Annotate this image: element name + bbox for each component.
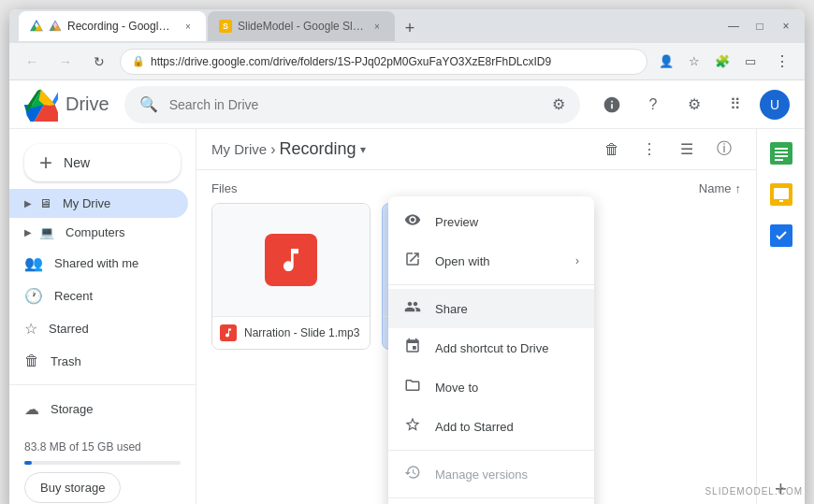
sidebar-item-starred[interactable]: ☆ Starred [9, 312, 188, 345]
my-drive-icon: 🖥 [39, 196, 51, 210]
app-content: Drive 🔍 ⚙ ? ⚙ ⠿ U + [9, 80, 805, 504]
bookmark-icon[interactable]: ☆ [683, 50, 705, 73]
menu-item-preview[interactable]: Preview [388, 202, 594, 241]
minimize-button[interactable]: — [724, 20, 743, 33]
account-icon[interactable]: 👤 [655, 50, 677, 73]
sidebar-item-recent[interactable]: 🕐 Recent [9, 280, 188, 312]
drive-favicon-shape [49, 20, 62, 33]
tab-drive[interactable]: x Recording - Google Drive × [19, 11, 206, 41]
sidebar-label-recent: Recent [54, 289, 93, 303]
refresh-button[interactable]: ↻ [86, 49, 112, 75]
delete-toolbar-button[interactable]: 🗑 [595, 133, 629, 166]
search-settings-icon[interactable]: ⚙ [552, 95, 565, 113]
address-bar[interactable]: 🔒 https://drive.google.com/drive/folders… [120, 49, 647, 75]
apps-icon[interactable]: ⠿ [719, 88, 752, 122]
name-column-header[interactable]: Name ↑ [699, 181, 741, 195]
file-card-1[interactable]: Narration - Slide 1.mp3 [211, 203, 371, 350]
browser-menu-button[interactable]: ⋮ [769, 49, 795, 75]
more-options-toolbar-button[interactable]: ⋮ [632, 133, 666, 166]
browser-window: x Recording - Google Drive × S Sl [9, 9, 805, 504]
drive-header: Drive 🔍 ⚙ ? ⚙ ⠿ U [9, 80, 805, 129]
svg-rect-8 [775, 155, 788, 157]
mp3-icon-small-1 [220, 324, 237, 341]
files-label: Files [211, 181, 237, 195]
buy-storage-button[interactable]: Buy storage [24, 472, 121, 503]
tab-drive-title: Recording - Google Drive [67, 20, 176, 33]
slides-panel-icon[interactable] [764, 178, 798, 211]
support-icon[interactable] [595, 88, 629, 122]
shared-icon: 👥 [24, 254, 43, 272]
extensions-icon[interactable]: 🧩 [711, 50, 734, 73]
add-shortcut-icon [403, 338, 422, 358]
file-name-1: Narration - Slide 1.mp3 [244, 326, 362, 339]
watermark: SLIDEMODEL.COM [705, 486, 803, 497]
search-input[interactable] [169, 97, 541, 112]
search-icon: 🔍 [139, 95, 158, 113]
address-actions: 👤 ☆ 🧩 ▭ [655, 50, 762, 73]
menu-divider-1 [388, 284, 594, 285]
new-button[interactable]: + New [24, 144, 181, 181]
sidebar-item-shared-with-me[interactable]: 👥 Shared with me [9, 247, 188, 280]
new-button-label: New [64, 155, 90, 170]
svg-rect-11 [774, 188, 789, 199]
menu-item-move-to[interactable]: Move to [388, 367, 594, 407]
drive-logo-text: Drive [65, 94, 109, 115]
file-preview-1 [212, 204, 370, 316]
menu-label-share: Share [435, 302, 468, 316]
settings-icon[interactable]: ⚙ [677, 88, 711, 122]
tab-slides-close[interactable]: × [371, 20, 384, 33]
question-icon[interactable]: ? [636, 88, 670, 122]
context-menu: Preview Open with › [388, 196, 594, 504]
close-button[interactable]: × [777, 20, 795, 33]
sheets-icon[interactable] [764, 137, 798, 170]
storage-used-text: 83.8 MB of 15 GB used [24, 440, 141, 454]
tab-slides[interactable]: S SlideModel - Google Slides × [208, 11, 395, 41]
menu-item-open-with[interactable]: Open with › [388, 241, 594, 281]
menu-item-add-starred[interactable]: Add to Starred [388, 407, 594, 446]
tab-strip: x Recording - Google Drive × S Sl [19, 11, 717, 41]
sidebar-toggle-icon[interactable]: ▭ [739, 50, 762, 73]
drive-search[interactable]: 🔍 ⚙ [124, 86, 580, 123]
back-button[interactable]: ← [19, 49, 45, 75]
breadcrumb-separator: › [270, 141, 275, 158]
forward-button[interactable]: → [52, 49, 79, 75]
sidebar-item-computers[interactable]: ▶ 💻 Computers [9, 218, 188, 247]
main-layout: + New ▶ 🖥 My Drive ▶ 💻 Computers 👥 Share… [9, 129, 805, 504]
tasks-panel-icon[interactable] [764, 219, 798, 252]
manage-versions-icon [403, 464, 422, 484]
url-text: https://drive.google.com/drive/folders/1… [151, 55, 635, 68]
move-to-icon [403, 377, 422, 397]
browser-addressbar: ← → ↻ 🔒 https://drive.google.com/drive/f… [9, 43, 805, 80]
sidebar-item-storage[interactable]: ☁ Storage [9, 393, 188, 425]
svg-rect-12 [779, 200, 783, 202]
breadcrumb-parent[interactable]: My Drive [211, 141, 267, 157]
sidebar-item-my-drive[interactable]: ▶ 🖥 My Drive [9, 189, 188, 218]
drive-logo[interactable]: Drive [24, 88, 109, 122]
files-area: Files Name ↑ [196, 170, 756, 504]
maximize-button[interactable]: □ [750, 20, 769, 33]
sidebar-item-trash[interactable]: 🗑 Trash [9, 345, 188, 377]
sort-asc-icon: ↑ [735, 181, 742, 195]
open-with-icon [403, 251, 422, 271]
menu-divider-3 [388, 497, 594, 498]
menu-item-add-shortcut[interactable]: Add shortcut to Drive [388, 328, 594, 367]
svg-rect-7 [775, 151, 788, 153]
sidebar-label-computers: Computers [65, 225, 125, 239]
preview-icon [403, 211, 422, 232]
svg-rect-6 [775, 148, 788, 150]
breadcrumb-dropdown-icon[interactable]: ▾ [360, 143, 366, 156]
list-view-button[interactable]: ☰ [670, 133, 704, 166]
sidebar-label-shared: Shared with me [54, 256, 138, 270]
computers-expand-icon: ▶ [24, 227, 32, 238]
menu-label-preview: Preview [435, 215, 478, 229]
new-tab-button[interactable]: + [397, 15, 423, 41]
tab-drive-close[interactable]: × [182, 20, 195, 33]
storage-info: 83.8 MB of 15 GB used Buy storage [9, 425, 196, 504]
menu-item-manage-versions: Manage versions [388, 454, 594, 494]
menu-item-share[interactable]: Share [388, 289, 594, 328]
svg-rect-9 [775, 159, 783, 161]
browser-titlebar: x Recording - Google Drive × S Sl [9, 9, 805, 43]
storage-fill [24, 461, 32, 465]
user-avatar[interactable]: U [760, 90, 790, 120]
info-button[interactable]: ⓘ [707, 133, 741, 166]
